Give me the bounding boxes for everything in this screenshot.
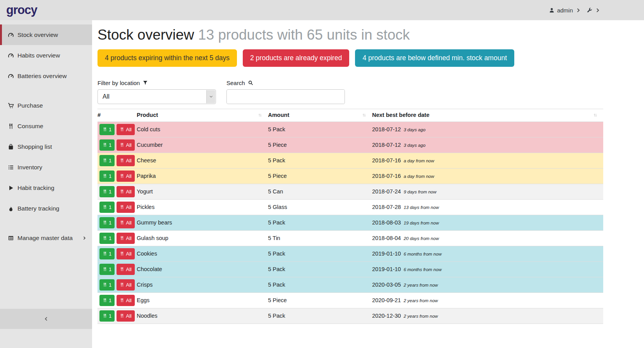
- consume-one-button[interactable]: 1: [99, 171, 115, 182]
- button-label: 1: [109, 220, 111, 226]
- sidebar-item-consume[interactable]: Consume: [0, 116, 92, 136]
- consume-one-button[interactable]: 1: [99, 248, 115, 259]
- consume-one-button[interactable]: 1: [99, 139, 115, 151]
- location-filter-select[interactable]: All: [97, 89, 216, 104]
- table-row-chocolate: 1AllChocolate5 Pack2019-01-106 months fr…: [97, 261, 603, 277]
- sidebar-item-label: Manage master data: [17, 235, 78, 242]
- column-header-label: Amount: [268, 112, 289, 118]
- user-name: admin: [557, 7, 573, 14]
- date-value: 2019-01-10: [372, 251, 401, 257]
- sort-icon[interactable]: [593, 113, 598, 118]
- column-header-[interactable]: #: [97, 109, 137, 122]
- sidebar-collapse-toggle[interactable]: [0, 309, 92, 329]
- cell-actions: 1All: [97, 230, 137, 246]
- utensils-icon: [120, 313, 124, 318]
- search-input[interactable]: [227, 90, 345, 104]
- sidebar-item-label: Battery tracking: [17, 205, 87, 212]
- consume-all-button[interactable]: All: [117, 171, 134, 182]
- user-icon: [549, 7, 555, 13]
- sidebar-item-habit-tracking[interactable]: Habit tracking: [0, 177, 92, 198]
- consume-one-button[interactable]: 1: [99, 186, 115, 197]
- consume-one-button[interactable]: 1: [99, 233, 115, 244]
- consume-one-button[interactable]: 1: [99, 155, 115, 166]
- consume-all-button[interactable]: All: [117, 124, 134, 135]
- utensils-icon: [120, 298, 124, 303]
- column-header-amount[interactable]: Amount: [268, 109, 372, 122]
- sidebar-item-battery-tracking[interactable]: Battery tracking: [0, 198, 92, 219]
- date-value: 2018-07-28: [372, 204, 401, 210]
- consume-all-button[interactable]: All: [117, 264, 134, 275]
- button-label: All: [126, 173, 131, 179]
- button-label: 1: [109, 127, 111, 132]
- sidebar-item-manage-master-data[interactable]: Manage master data: [0, 228, 92, 248]
- date-value: 2020-09-21: [372, 297, 401, 303]
- sidebar-item-batteries-overview[interactable]: Batteries overview: [0, 66, 92, 86]
- top-navbar: grocy admin: [0, 0, 644, 20]
- consume-one-button[interactable]: 1: [99, 295, 115, 306]
- search-group: Search: [226, 80, 345, 104]
- sidebar-item-shopping-list[interactable]: Shopping list: [0, 136, 92, 157]
- relative-time: 2 years from now: [404, 283, 438, 287]
- consume-one-button[interactable]: 1: [99, 310, 115, 322]
- consume-all-button[interactable]: All: [117, 186, 134, 197]
- cell-product: Crisps: [137, 277, 268, 292]
- sidebar-item-label: Shopping list: [17, 143, 87, 150]
- cell-next-best-before-date: 2018-07-16a day from now: [372, 168, 603, 184]
- sidebar-item-habits-overview[interactable]: Habits overview: [0, 45, 92, 66]
- relative-time: 19 days from now: [404, 221, 439, 225]
- consume-all-button[interactable]: All: [117, 202, 134, 213]
- table-row-yogurt: 1AllYogurt5 Can2018-07-249 days from now: [97, 184, 603, 199]
- consume-all-button[interactable]: All: [117, 233, 134, 244]
- table-row-cheese: 1AllCheese5 Pack2018-07-16a day from now: [97, 153, 603, 168]
- consume-one-button[interactable]: 1: [99, 217, 115, 228]
- utensils-icon: [103, 174, 107, 178]
- cell-next-best-before-date: 2019-01-106 months from now: [372, 261, 603, 277]
- sidebar-item-inventory[interactable]: Inventory: [0, 157, 92, 177]
- cell-amount: 5 Glass: [268, 199, 372, 215]
- list-icon: [8, 164, 14, 171]
- chevron-down-icon: [206, 90, 215, 103]
- cell-actions: 1All: [97, 277, 137, 292]
- button-label: All: [126, 220, 131, 226]
- search-label-text: Search: [226, 80, 245, 86]
- table-row-cold-cuts: 1AllCold cuts5 Pack2018-07-123 days ago: [97, 122, 603, 137]
- sidebar-item-purchase[interactable]: Purchase: [0, 95, 92, 116]
- column-header-product[interactable]: Product: [137, 109, 268, 122]
- consume-all-button[interactable]: All: [117, 279, 134, 291]
- consume-one-button[interactable]: 1: [99, 124, 115, 135]
- sort-icon[interactable]: [258, 113, 263, 118]
- sidebar-item-label: Batteries overview: [17, 73, 87, 80]
- table-header-row: #ProductAmountNext best before date: [97, 109, 603, 122]
- tachometer-icon: [8, 73, 14, 79]
- table-row-gummy-bears: 1AllGummy bears5 Pack2018-08-0319 days f…: [97, 215, 603, 230]
- relative-time: 3 days ago: [404, 143, 425, 148]
- consume-one-button[interactable]: 1: [99, 202, 115, 213]
- cell-actions: 1All: [97, 184, 137, 199]
- consume-all-button[interactable]: All: [117, 217, 134, 228]
- consume-one-button[interactable]: 1: [99, 264, 115, 275]
- consume-all-button[interactable]: All: [117, 295, 134, 306]
- cell-product: Chocolate: [137, 261, 268, 277]
- cell-product: Yogurt: [137, 184, 268, 199]
- date-value: 2018-07-16: [372, 173, 401, 179]
- consume-all-button[interactable]: All: [117, 155, 134, 166]
- consume-one-button[interactable]: 1: [99, 279, 115, 291]
- cell-amount: 5 Pack: [268, 215, 372, 230]
- status-badges: 4 products expiring within the next 5 da…: [97, 49, 644, 67]
- column-header-next-best-before-date[interactable]: Next best before date: [372, 109, 603, 122]
- consume-all-button[interactable]: All: [117, 139, 134, 151]
- filters-row: Filter by location All Search: [97, 80, 644, 104]
- consume-all-button[interactable]: All: [117, 310, 134, 322]
- chevron-right-icon: [595, 7, 600, 13]
- button-label: 1: [109, 204, 111, 210]
- sidebar-item-stock-overview[interactable]: Stock overview: [0, 24, 92, 45]
- user-menu[interactable]: admin: [549, 7, 581, 14]
- cell-product: Pickles: [137, 199, 268, 215]
- cell-amount: 5 Pack: [268, 153, 372, 168]
- play-icon: [8, 185, 14, 191]
- consume-all-button[interactable]: All: [117, 248, 134, 259]
- sort-icon[interactable]: [362, 113, 367, 118]
- button-label: 1: [109, 158, 111, 164]
- utensils-icon: [103, 236, 107, 240]
- settings-menu[interactable]: [587, 7, 600, 13]
